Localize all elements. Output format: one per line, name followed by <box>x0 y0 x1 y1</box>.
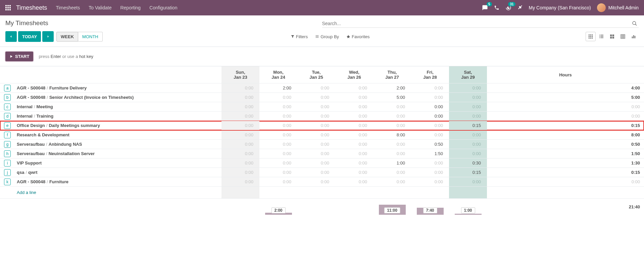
activities-icon[interactable]: 31 <box>505 5 511 11</box>
time-cell[interactable]: 0:00 <box>297 158 335 168</box>
time-cell[interactable]: 0:00 <box>259 121 297 130</box>
time-cell[interactable]: 0:00 <box>221 93 259 102</box>
time-cell[interactable]: 0:00 <box>411 83 449 93</box>
nav-link-to-validate[interactable]: To Validate <box>89 5 111 10</box>
time-cell[interactable]: 0:00 <box>449 93 487 102</box>
row-name[interactable]: AGR - S00048/Furniture <box>15 177 221 187</box>
view-pivot-icon[interactable] <box>618 32 628 41</box>
time-cell[interactable]: 0:00 <box>373 168 411 177</box>
time-cell[interactable]: 0:00 <box>411 112 449 121</box>
time-cell[interactable]: 0:00 <box>373 177 411 187</box>
search-input[interactable] <box>322 21 631 26</box>
time-cell[interactable]: 0:00 <box>221 140 259 149</box>
time-cell[interactable]: 0:00 <box>297 177 335 187</box>
time-cell[interactable]: 0:00 <box>221 130 259 140</box>
time-cell[interactable]: 0:00 <box>373 121 411 130</box>
time-cell[interactable]: 0:00 <box>373 112 411 121</box>
debug-icon[interactable] <box>517 5 523 10</box>
time-cell[interactable]: 0:00 <box>411 177 449 187</box>
time-cell[interactable]: 1:50 <box>411 149 449 158</box>
nav-link-timesheets[interactable]: Timesheets <box>56 5 80 10</box>
time-cell[interactable]: 0:00 <box>221 112 259 121</box>
time-cell[interactable]: 0:00 <box>449 130 487 140</box>
time-cell[interactable]: 0:15 <box>449 121 487 130</box>
time-cell[interactable]: 0:00 <box>297 149 335 158</box>
user-menu[interactable]: Mitchell Admin <box>597 3 639 12</box>
hotkey-cell[interactable]: g <box>0 140 15 149</box>
time-cell[interactable]: 0:30 <box>449 158 487 168</box>
time-cell[interactable]: 0:00 <box>411 158 449 168</box>
time-cell[interactable]: 0:00 <box>335 83 373 93</box>
view-graph-icon[interactable] <box>629 32 639 41</box>
time-cell[interactable]: 0:00 <box>411 121 449 130</box>
time-cell[interactable]: 0:15 <box>449 168 487 177</box>
filters-button[interactable]: Filters <box>291 34 308 39</box>
time-cell[interactable]: 8:00 <box>373 130 411 140</box>
view-kanban-icon[interactable] <box>607 32 617 41</box>
row-name[interactable]: Internal/Training <box>15 112 221 121</box>
time-cell[interactable]: 0:00 <box>297 168 335 177</box>
hotkey-cell[interactable]: j <box>0 168 15 177</box>
time-cell[interactable]: 0:00 <box>335 140 373 149</box>
hotkey-cell[interactable]: e <box>0 121 15 130</box>
time-cell[interactable]: 0:50 <box>411 140 449 149</box>
groupby-button[interactable]: Group By <box>315 34 339 39</box>
time-cell[interactable]: 0:00 <box>373 140 411 149</box>
time-cell[interactable]: 0:00 <box>449 177 487 187</box>
time-cell[interactable]: 0:00 <box>449 140 487 149</box>
view-grid-icon[interactable] <box>586 32 596 41</box>
prev-button[interactable] <box>5 31 17 42</box>
row-name[interactable]: qsa/qwrt <box>15 168 221 177</box>
start-button[interactable]: START <box>5 52 33 61</box>
time-cell[interactable]: 0:00 <box>221 168 259 177</box>
add-line-row[interactable]: Add a line <box>0 187 644 199</box>
time-cell[interactable]: 0:00 <box>335 93 373 102</box>
time-cell[interactable]: 0:00 <box>297 102 335 112</box>
time-cell[interactable]: 0:00 <box>259 149 297 158</box>
time-cell[interactable]: 0:00 <box>221 149 259 158</box>
time-cell[interactable]: 0:00 <box>335 130 373 140</box>
apps-icon[interactable] <box>5 5 11 10</box>
hotkey-cell[interactable]: c <box>0 102 15 112</box>
time-cell[interactable]: 0:00 <box>411 130 449 140</box>
time-cell[interactable]: 0:00 <box>449 83 487 93</box>
hotkey-cell[interactable]: k <box>0 177 15 187</box>
range-week[interactable]: WEEK <box>56 32 78 42</box>
time-cell[interactable]: 0:00 <box>411 102 449 112</box>
hotkey-cell[interactable]: h <box>0 149 15 158</box>
app-brand[interactable]: Timesheets <box>16 4 47 11</box>
next-button[interactable] <box>42 31 54 42</box>
time-cell[interactable]: 0:00 <box>259 158 297 168</box>
table-row[interactable]: eOffice Design/Daily Meetings summary0:0… <box>0 121 644 130</box>
row-name[interactable]: AGR - S00048/Senior Architect (Invoice o… <box>15 93 221 102</box>
messages-icon[interactable]: 5 <box>482 5 488 11</box>
time-cell[interactable]: 0:00 <box>221 177 259 187</box>
row-name[interactable]: VIP Support <box>15 158 221 168</box>
table-row[interactable]: jqsa/qwrt0:000:000:000:000:000:000:150:1… <box>0 168 644 177</box>
time-cell[interactable]: 0:00 <box>259 140 297 149</box>
row-name[interactable]: Internal/Meeting <box>15 102 221 112</box>
table-row[interactable]: iVIP Support0:000:000:000:001:000:000:30… <box>0 158 644 168</box>
time-cell[interactable]: 0:00 <box>373 102 411 112</box>
time-cell[interactable]: 0:00 <box>221 158 259 168</box>
time-cell[interactable]: 0:00 <box>373 149 411 158</box>
today-button[interactable]: TODAY <box>18 31 41 42</box>
time-cell[interactable]: 0:00 <box>449 112 487 121</box>
time-cell[interactable]: 0:00 <box>259 177 297 187</box>
time-cell[interactable]: 0:00 <box>297 93 335 102</box>
time-cell[interactable]: 0:00 <box>259 112 297 121</box>
time-cell[interactable]: 0:00 <box>221 121 259 130</box>
time-cell[interactable]: 0:00 <box>449 149 487 158</box>
time-cell[interactable]: 0:00 <box>335 112 373 121</box>
time-cell[interactable]: 0:00 <box>335 168 373 177</box>
time-cell[interactable]: 0:00 <box>297 83 335 93</box>
time-cell[interactable]: 0:00 <box>259 102 297 112</box>
table-row[interactable]: gServeraufbau/Anbindung NAS0:000:000:000… <box>0 140 644 149</box>
time-cell[interactable]: 5:00 <box>373 93 411 102</box>
row-name[interactable]: Serveraufbau/Anbindung NAS <box>15 140 221 149</box>
time-cell[interactable]: 0:00 <box>449 102 487 112</box>
time-cell[interactable]: 0:00 <box>259 168 297 177</box>
time-cell[interactable]: 0:00 <box>297 112 335 121</box>
nav-link-reporting[interactable]: Reporting <box>120 5 141 10</box>
time-cell[interactable]: 0:00 <box>297 121 335 130</box>
